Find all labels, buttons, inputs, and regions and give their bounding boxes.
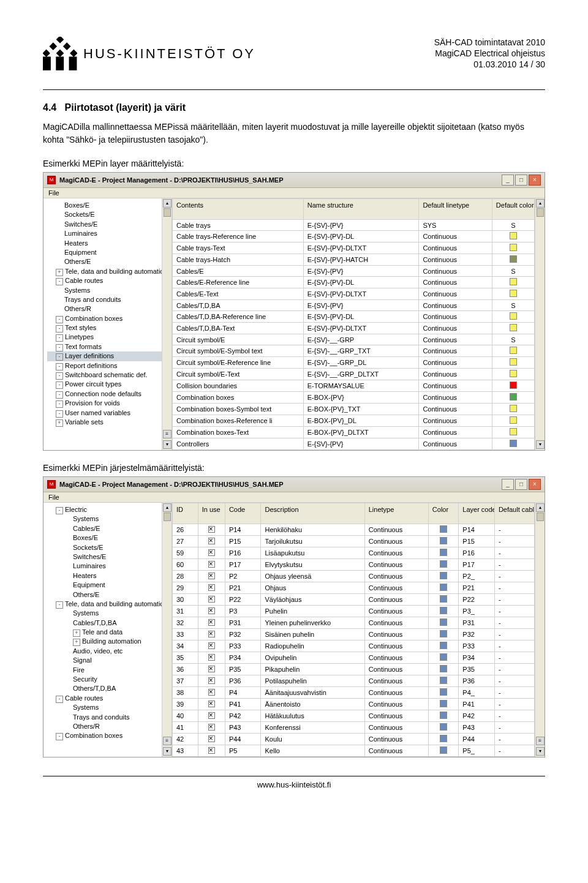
tree-item[interactable]: Cable routes xyxy=(47,276,170,285)
scroll-thumb[interactable] xyxy=(164,208,171,217)
checkbox-icon[interactable] xyxy=(208,549,215,556)
table-row[interactable]: Cables/T,D,BA-Reference lineE-{SV}-{PV}-… xyxy=(173,311,535,323)
scroll-thumb[interactable] xyxy=(537,208,544,217)
table-row[interactable]: Combination boxes-Reference liE-BOX-{PV}… xyxy=(173,415,535,427)
checkbox-icon[interactable] xyxy=(208,735,215,742)
tree-item[interactable]: Others/E xyxy=(47,590,170,599)
close-button[interactable]: × xyxy=(529,479,541,490)
tree-scrollbar[interactable]: ▴ ≡ ▾ xyxy=(162,198,172,450)
table-row[interactable]: 60P17ElvytyskutsuContinuousP17- xyxy=(173,559,535,571)
tree-item[interactable]: Luminaires xyxy=(47,562,170,571)
checkbox-icon[interactable] xyxy=(208,538,215,544)
table-row[interactable]: Circuit symbol/EE-{SV}-__-GRPContinuousS xyxy=(173,334,535,345)
tree-item[interactable]: Power circuit types xyxy=(47,380,170,389)
checkbox-icon[interactable] xyxy=(208,701,215,707)
checkbox-icon[interactable] xyxy=(208,747,215,754)
tree-item[interactable]: Systems xyxy=(47,609,170,618)
table-row[interactable]: Cable trays-Reference lineE-{SV}-{PV}-DL… xyxy=(173,231,535,242)
table-row[interactable]: Collision boundariesE-TORMAYSALUEContinu… xyxy=(173,380,535,392)
col-default-color[interactable]: Default color xyxy=(492,199,534,220)
table-row[interactable]: Cable trays-HatchE-{SV}-{PV}-HATCHContin… xyxy=(173,254,535,266)
checkbox-icon[interactable] xyxy=(208,712,215,719)
table-row[interactable]: 59P16LisäapukutsuContinuousP16- xyxy=(173,547,535,559)
tree-item[interactable]: Switchboard schematic def. xyxy=(47,370,170,380)
table-row[interactable]: 35P34OvipuhelinContinuousP34- xyxy=(173,652,535,664)
col-id[interactable]: ID xyxy=(173,503,198,524)
tree-item[interactable]: Connection node defaults xyxy=(47,389,170,399)
tree-item[interactable]: Heaters xyxy=(47,571,170,581)
scroll-down-icon[interactable]: ▾ xyxy=(536,440,545,449)
tree-item[interactable]: Cables/E xyxy=(47,524,170,533)
menu-file[interactable]: File xyxy=(48,189,59,197)
checkbox-icon[interactable] xyxy=(208,724,215,731)
tree-item[interactable]: Security xyxy=(47,675,170,684)
tree-item[interactable]: Text formats xyxy=(47,342,170,351)
table-row[interactable]: Cables/E-Reference lineE-{SV}-{PV}-DLCon… xyxy=(173,277,535,288)
col-code[interactable]: Code xyxy=(225,503,261,524)
col-color[interactable]: Color xyxy=(428,503,458,524)
tree-item[interactable]: Systems xyxy=(47,703,170,712)
table-row[interactable]: Combination boxes-Symbol textE-BOX-{PV}_… xyxy=(173,404,535,415)
table-row[interactable]: 40P42HätäkuulutusContinuousP42- xyxy=(173,710,535,722)
tree-item[interactable]: Combination boxes xyxy=(47,731,170,740)
scroll-down-icon[interactable]: ▾ xyxy=(163,440,172,449)
tree-item[interactable]: Equipment xyxy=(47,248,170,257)
checkbox-icon[interactable] xyxy=(208,596,215,603)
tree-item[interactable]: Linetypes xyxy=(47,333,170,342)
minimize-button[interactable]: _ xyxy=(502,175,514,186)
table-row[interactable]: 30P22VäyläohjausContinuousP22- xyxy=(173,594,535,606)
checkbox-icon[interactable] xyxy=(208,654,215,661)
col-in-use[interactable]: In use xyxy=(198,503,225,524)
table-row[interactable]: 31P3PuhelinContinuousP3_- xyxy=(173,606,535,617)
tree-item[interactable]: User named variables xyxy=(47,408,170,418)
tree-item[interactable]: Fire xyxy=(47,666,170,675)
table-row[interactable]: Circuit symbol/E-Reference lineE-{SV}-__… xyxy=(173,357,535,369)
grid-scrollbar[interactable]: ▴ ▾ xyxy=(535,198,545,450)
tree-item[interactable]: Others/T,D,BA xyxy=(47,684,170,693)
col-description[interactable]: Description xyxy=(261,503,364,524)
checkbox-icon[interactable] xyxy=(208,619,215,626)
checkbox-icon[interactable] xyxy=(208,666,215,672)
tree-item[interactable]: Tele, data and building automation xyxy=(47,267,170,276)
scroll-down-icon[interactable]: ▾ xyxy=(163,747,172,756)
tree-item[interactable]: Luminaires xyxy=(47,229,170,238)
checkbox-icon[interactable] xyxy=(208,584,215,591)
tree-item[interactable]: Systems xyxy=(47,286,170,295)
titlebar[interactable]: M MagiCAD-E - Project Management - D:\PR… xyxy=(43,477,545,492)
checkbox-icon[interactable] xyxy=(208,689,215,696)
table-row[interactable]: 43P5KelloContinuousP5_- xyxy=(173,745,535,757)
tree-item[interactable]: Cable routes xyxy=(47,694,170,703)
scroll-up-icon[interactable]: ▴ xyxy=(163,503,172,512)
table-row[interactable]: Combination boxes-TextE-BOX-{PV}_DLTXTCo… xyxy=(173,427,535,438)
table-row[interactable]: 38P4ÄänitaajuusvahvistinContinuousP4_- xyxy=(173,687,535,699)
checkbox-icon[interactable] xyxy=(208,573,215,579)
tree-item[interactable]: Heaters xyxy=(47,239,170,248)
minimize-button[interactable]: _ xyxy=(502,479,514,490)
tree-item[interactable]: Tele and data xyxy=(47,628,170,637)
tree-item[interactable]: Switches/E xyxy=(47,220,170,229)
tree-item[interactable]: Systems xyxy=(47,514,170,524)
checkbox-icon[interactable] xyxy=(208,526,215,533)
table-row[interactable]: ControllersE-{SV}-{PV}Continuous xyxy=(173,438,535,450)
col-name-structure[interactable]: Name structure xyxy=(303,199,419,220)
table-row[interactable]: Cable trays-TextE-{SV}-{PV}-DLTXTContinu… xyxy=(173,242,535,254)
col-default-cable[interactable]: Default cable xyxy=(494,503,534,524)
tree-item[interactable]: Boxes/E xyxy=(47,201,170,210)
tree-item[interactable]: Signal xyxy=(47,656,170,665)
tree-item[interactable]: Equipment xyxy=(47,581,170,590)
tree-item[interactable]: Provision for voids xyxy=(47,399,170,408)
col-contents[interactable]: Contents xyxy=(173,199,304,220)
col-layer-code[interactable]: Layer code xyxy=(459,503,495,524)
table-row[interactable]: Cables/EE-{SV}-{PV}ContinuousS xyxy=(173,266,535,277)
scroll-up-icon[interactable]: ▴ xyxy=(536,199,545,208)
tree-item[interactable]: Electric xyxy=(47,505,170,514)
table-row[interactable]: Cable traysE-{SV}-{PV}SYSS xyxy=(173,220,535,231)
checkbox-icon[interactable] xyxy=(208,677,215,684)
table-row[interactable]: Cables/T,D,BAE-{SV}-{PV}ContinuousS xyxy=(173,300,535,311)
tree-item[interactable]: Boxes/E xyxy=(47,533,170,543)
table-row[interactable]: 42P44KouluContinuousP44- xyxy=(173,734,535,745)
table-row[interactable]: 27P15TarjoilukutsuContinuousP15- xyxy=(173,536,535,547)
table-row[interactable]: Circuit symbol/E-TextE-{SV}-__-GRP_DLTXT… xyxy=(173,369,535,380)
grid-scrollbar[interactable]: ▴ ≡ ▾ xyxy=(535,503,545,757)
table-row[interactable]: 29P21OhjausContinuousP21- xyxy=(173,582,535,594)
